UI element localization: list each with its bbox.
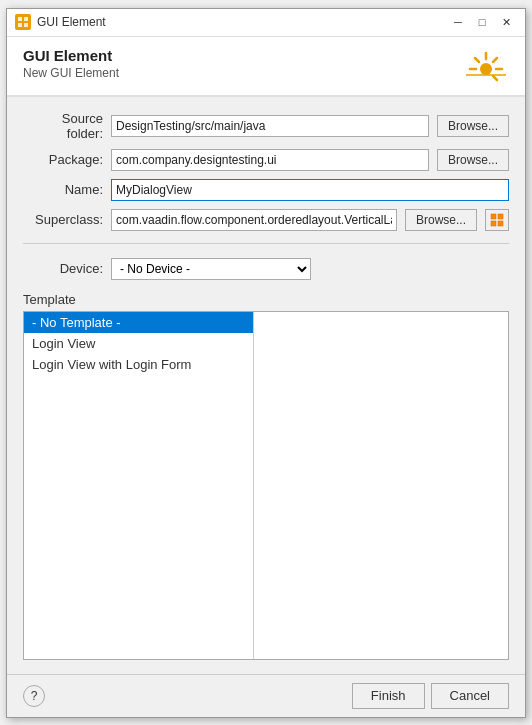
window-icon (15, 14, 31, 30)
brand-logo (461, 47, 509, 85)
template-label: Template (23, 292, 509, 307)
svg-rect-13 (498, 214, 503, 219)
title-bar-left: GUI Element (15, 14, 106, 30)
name-label: Name: (23, 182, 103, 197)
superclass-input[interactable] (111, 209, 397, 231)
superclass-browse-button[interactable]: Browse... (405, 209, 477, 231)
cancel-button[interactable]: Cancel (431, 683, 509, 709)
svg-point-10 (480, 63, 492, 75)
footer: ? Finish Cancel (7, 674, 525, 717)
divider (23, 243, 509, 244)
template-section: Template - No Template - Login View Logi… (23, 292, 509, 660)
help-button[interactable]: ? (23, 685, 45, 707)
svg-rect-15 (498, 221, 503, 226)
footer-buttons: Finish Cancel (352, 683, 509, 709)
template-item-login-view[interactable]: Login View (24, 333, 253, 354)
name-input[interactable] (111, 179, 509, 201)
svg-rect-3 (24, 23, 28, 27)
window-title: GUI Element (37, 15, 106, 29)
superclass-label: Superclass: (23, 212, 103, 227)
title-bar: GUI Element ─ □ ✕ (7, 9, 525, 37)
page-subtitle: New GUI Element (23, 66, 119, 80)
page-title: GUI Element (23, 47, 119, 64)
window-controls: ─ □ ✕ (447, 13, 517, 31)
package-input[interactable] (111, 149, 429, 171)
header-section: GUI Element New GUI Element (7, 37, 525, 97)
package-label: Package: (23, 152, 103, 167)
svg-rect-12 (491, 214, 496, 219)
svg-line-5 (493, 58, 497, 62)
svg-rect-2 (18, 23, 22, 27)
name-row: Name: (23, 179, 509, 201)
package-row: Package: Browse... (23, 149, 509, 171)
close-button[interactable]: ✕ (495, 13, 517, 31)
maximize-button[interactable]: □ (471, 13, 493, 31)
main-window: GUI Element ─ □ ✕ GUI Element New GUI El… (6, 8, 526, 718)
svg-rect-1 (24, 17, 28, 21)
minimize-button[interactable]: ─ (447, 13, 469, 31)
form-content: Source folder: Browse... Package: Browse… (7, 97, 525, 674)
source-folder-input[interactable] (111, 115, 429, 137)
superclass-icon-button[interactable] (485, 209, 509, 231)
svg-rect-14 (491, 221, 496, 226)
template-list: - No Template - Login View Login View wi… (24, 312, 254, 659)
finish-button[interactable]: Finish (352, 683, 425, 709)
source-folder-row: Source folder: Browse... (23, 111, 509, 141)
template-container: - No Template - Login View Login View wi… (23, 311, 509, 660)
template-preview (254, 312, 508, 659)
package-browse-button[interactable]: Browse... (437, 149, 509, 171)
device-row: Device: - No Device - (23, 258, 509, 280)
source-folder-label: Source folder: (23, 111, 103, 141)
svg-rect-0 (18, 17, 22, 21)
device-select[interactable]: - No Device - (111, 258, 311, 280)
device-label: Device: (23, 261, 103, 276)
superclass-row: Superclass: Browse... (23, 209, 509, 231)
template-item-login-view-form[interactable]: Login View with Login Form (24, 354, 253, 375)
template-item-no-template[interactable]: - No Template - (24, 312, 253, 333)
svg-line-7 (493, 76, 497, 80)
svg-line-8 (475, 58, 479, 62)
source-folder-browse-button[interactable]: Browse... (437, 115, 509, 137)
header-text: GUI Element New GUI Element (23, 47, 119, 80)
